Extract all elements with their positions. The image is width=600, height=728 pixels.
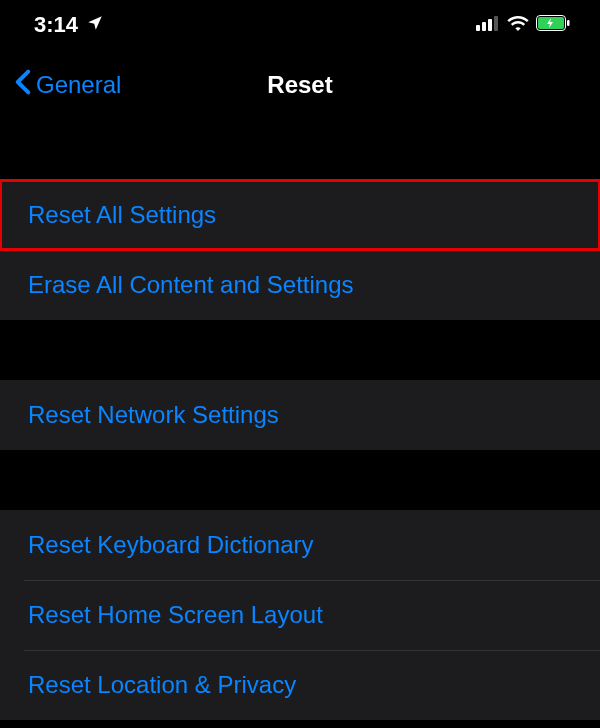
wifi-icon xyxy=(507,15,529,35)
list-item-label: Reset Location & Privacy xyxy=(28,671,296,699)
chevron-left-icon xyxy=(14,69,32,101)
list-item-label: Reset Keyboard Dictionary xyxy=(28,531,313,559)
battery-charging-icon xyxy=(536,15,570,35)
svg-rect-2 xyxy=(488,19,492,31)
status-left: 3:14 xyxy=(34,12,104,38)
reset-all-settings-item[interactable]: Reset All Settings xyxy=(0,180,600,250)
spacer xyxy=(0,450,600,510)
settings-group-2: Reset Network Settings xyxy=(0,380,600,450)
spacer xyxy=(0,720,600,728)
list-item-label: Reset Network Settings xyxy=(28,401,279,429)
location-arrow-icon xyxy=(86,14,104,36)
erase-all-content-item[interactable]: Erase All Content and Settings xyxy=(0,250,600,320)
reset-home-screen-layout-item[interactable]: Reset Home Screen Layout xyxy=(0,580,600,650)
reset-location-privacy-item[interactable]: Reset Location & Privacy xyxy=(0,650,600,720)
spacer xyxy=(0,120,600,180)
cellular-signal-icon xyxy=(476,15,500,35)
settings-group-3: Reset Keyboard Dictionary Reset Home Scr… xyxy=(0,510,600,720)
status-bar: 3:14 xyxy=(0,0,600,50)
reset-network-settings-item[interactable]: Reset Network Settings xyxy=(0,380,600,450)
svg-rect-0 xyxy=(476,25,480,31)
reset-keyboard-dictionary-item[interactable]: Reset Keyboard Dictionary xyxy=(0,510,600,580)
settings-group-1: Reset All Settings Erase All Content and… xyxy=(0,180,600,320)
back-button[interactable]: General xyxy=(14,69,121,101)
svg-rect-3 xyxy=(494,16,498,31)
status-time: 3:14 xyxy=(34,12,78,38)
list-item-label: Reset Home Screen Layout xyxy=(28,601,323,629)
nav-bar: General Reset xyxy=(0,50,600,120)
status-right xyxy=(476,15,570,35)
list-item-label: Erase All Content and Settings xyxy=(28,271,354,299)
back-label: General xyxy=(36,71,121,99)
list-item-label: Reset All Settings xyxy=(28,201,216,229)
svg-rect-1 xyxy=(482,22,486,31)
spacer xyxy=(0,320,600,380)
svg-rect-6 xyxy=(567,20,570,26)
